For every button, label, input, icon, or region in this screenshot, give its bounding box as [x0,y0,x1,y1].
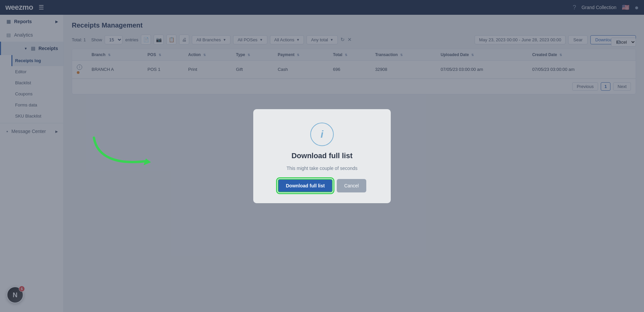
modal-title: Download full list [291,151,353,160]
modal-cancel-button[interactable]: Cancel [337,179,366,192]
modal-actions: Download full list Cancel [278,179,366,192]
svg-marker-0 [144,159,151,165]
modal-icon-label: i [321,129,323,140]
modal-download-button[interactable]: Download full list [278,179,333,192]
modal-info-icon: i [310,123,334,146]
arrow-annotation [84,131,158,176]
modal-overlay: i Download full list This might take cou… [0,0,644,312]
modal-subtitle: This might take couple of seconds [286,166,358,171]
download-modal: i Download full list This might take cou… [253,109,391,203]
